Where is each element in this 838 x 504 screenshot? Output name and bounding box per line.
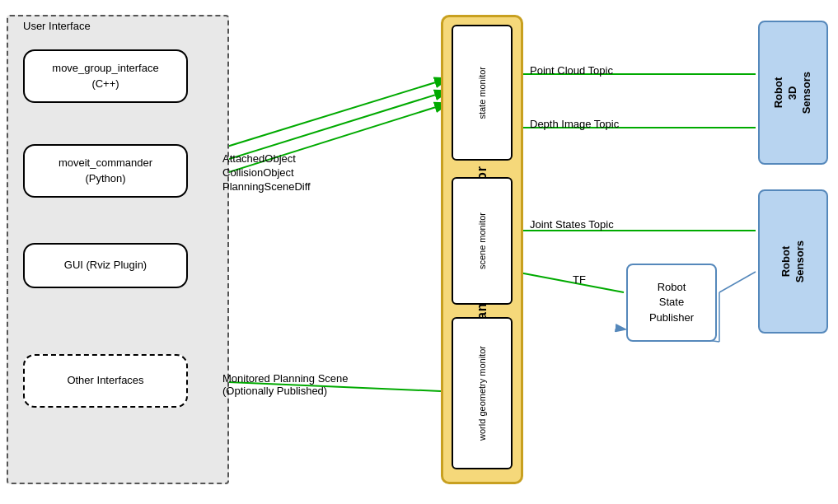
robot-state-publisher-label: RobotStatePublisher <box>649 280 694 325</box>
scene-monitor-label: scene monitor <box>477 212 487 269</box>
move-group-interface-label: move_group_interface(C++) <box>52 61 158 91</box>
user-interface-label: User Interface <box>20 20 94 32</box>
state-monitor-box: state monitor <box>452 25 513 161</box>
scene-monitor-box: scene monitor <box>452 177 513 305</box>
attached-object-label: AttachedObject <box>222 152 296 165</box>
robot-3d-sensors-box: Robot3DSensors <box>758 21 828 165</box>
robot-sensors-box: RobotSensors <box>758 189 828 334</box>
point-cloud-topic-label: Point Cloud Topic <box>530 64 613 77</box>
monitored-planning-scene-label: Monitored Planning Scene(Optionally Publ… <box>222 372 349 397</box>
moveit-commander-box: moveit_commander(Python) <box>23 144 188 198</box>
joint-states-topic-label: Joint States Topic <box>530 218 614 231</box>
gui-label: GUI (Rviz Plugin) <box>64 258 147 273</box>
tf-label: TF <box>573 273 586 286</box>
svg-line-11 <box>515 272 624 292</box>
world-geometry-monitor-label: world geometry monitor <box>477 346 487 441</box>
state-monitor-label: state monitor <box>477 67 487 119</box>
planning-scene-diff-label: PlanningSceneDiff <box>222 180 311 193</box>
robot-sensors-label: RobotSensors <box>779 240 808 282</box>
collision-object-label: CollisionObject <box>222 166 294 179</box>
other-interfaces-box: Other Interfaces <box>23 354 188 408</box>
svg-line-12 <box>719 272 756 292</box>
move-group-interface-box: move_group_interface(C++) <box>23 49 188 103</box>
depth-image-topic-label: Depth Image Topic <box>530 118 619 130</box>
moveit-commander-label: moveit_commander(Python) <box>59 156 152 185</box>
robot-state-publisher-box: RobotStatePublisher <box>626 264 717 342</box>
diagram-container: User Interface move_group_interface(C++)… <box>0 0 838 504</box>
robot-3d-sensors-label: Robot3DSensors <box>772 72 814 114</box>
other-interfaces-label: Other Interfaces <box>67 373 143 388</box>
world-geometry-monitor-box: world geometry monitor <box>452 317 513 469</box>
gui-box: GUI (Rviz Plugin) <box>23 243 188 288</box>
